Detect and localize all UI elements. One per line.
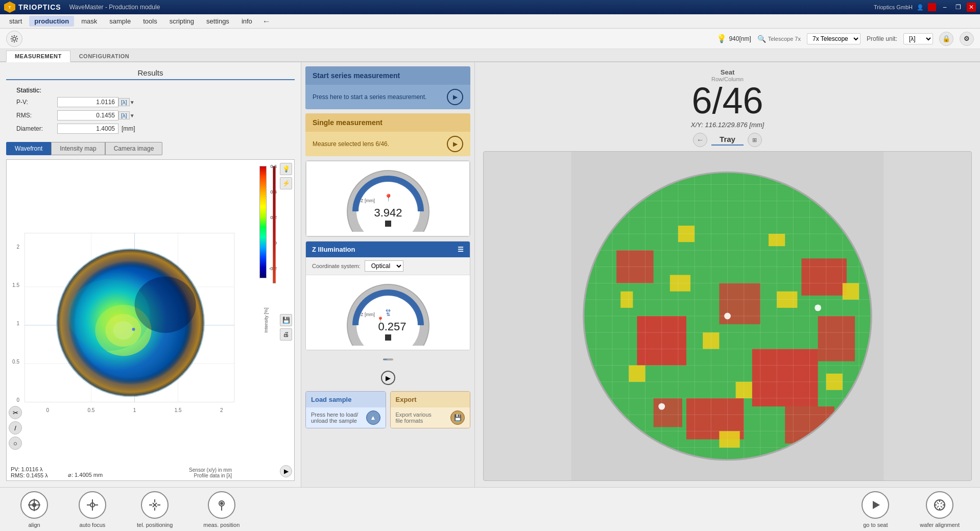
coord-select[interactable]: Optical Stage — [365, 260, 403, 272]
diameter-unit: [mm] — [122, 125, 135, 132]
plot-area: 0 0.5 1 1.5 2 0 0.5 1 1.5 2 — [7, 160, 252, 480]
results-title: Results — [6, 68, 295, 80]
tel-positioning-btn[interactable]: tel. positioning — [137, 491, 173, 528]
crop-tool[interactable]: ✂ — [9, 406, 22, 419]
illumination-menu-icon[interactable]: ☰ — [458, 246, 464, 253]
menu-start[interactable]: start — [4, 16, 27, 27]
settings-button[interactable]: ⚙ — [960, 32, 974, 46]
bottom-right-btns: go to seat wafer alignment — [862, 491, 960, 528]
meas-position-btn[interactable]: meas. position — [203, 491, 240, 528]
seat-info: Seat Row/Column 6/46 X/Y: 116.12/29.876 … — [483, 68, 972, 129]
menu-info[interactable]: info — [236, 16, 257, 27]
go-to-seat-label: go to seat — [863, 522, 888, 528]
red-indicator — [928, 3, 936, 11]
bolt-control[interactable]: ⚡ — [280, 177, 292, 189]
company-name: TRIOPTICS — [18, 3, 61, 11]
minimize-button[interactable]: – — [940, 3, 949, 12]
go-to-seat-btn[interactable]: go to seat — [862, 491, 889, 528]
profile-unit-select[interactable]: [λ] [nm] — [903, 33, 933, 44]
circle-tool[interactable]: ○ — [9, 437, 22, 450]
align-label: align — [28, 522, 40, 528]
tab-configuration[interactable]: CONFIGURATION — [70, 51, 138, 61]
lock-button[interactable]: 🔒 — [939, 32, 953, 46]
sensor-line1: Sensor (x/y) in mm — [189, 467, 232, 473]
save-control[interactable]: 💾 — [280, 314, 292, 326]
menu-settings[interactable]: settings — [201, 16, 234, 27]
tray-nav: ← Tray ⊞ — [483, 133, 972, 147]
meas-position-label: meas. position — [203, 522, 240, 528]
illumination-title: Z Illumination — [312, 246, 355, 253]
tab-camera-image[interactable]: Camera image — [105, 142, 163, 155]
bottom-play-button[interactable]: ▶ — [381, 371, 395, 385]
pv-unit[interactable]: [λ] — [118, 98, 130, 106]
wavelength-label: 940[nm] — [729, 35, 751, 42]
back-arrow[interactable]: ← — [259, 17, 274, 26]
line-tool[interactable]: / — [9, 421, 22, 435]
tel-positioning-label: tel. positioning — [137, 522, 173, 528]
load-card-text: Press here to load/unload the sample — [311, 412, 358, 424]
sensor-line2: Profile data in [λ] — [189, 473, 232, 478]
svg-rect-74 — [629, 366, 645, 382]
tel-positioning-icon — [141, 491, 169, 519]
play-control[interactable]: ▶ — [280, 465, 292, 477]
wafer-alignment-btn[interactable]: wafer alignment — [920, 491, 960, 528]
series-card-title: Start series measurement — [305, 66, 470, 85]
export-button[interactable]: 💾 — [450, 411, 465, 425]
restore-button[interactable]: ❐ — [953, 3, 963, 12]
xy-value: 116.12/29.876 [mm] — [705, 121, 764, 129]
wafer-alignment-label: wafer alignment — [920, 522, 960, 528]
tab-measurement[interactable]: MEASUREMENT — [6, 51, 70, 62]
tabbar: MEASUREMENT CONFIGURATION — [0, 49, 980, 62]
single-play-button[interactable]: ▶ — [447, 136, 463, 152]
svg-rect-68 — [654, 398, 682, 427]
align-btn[interactable]: align — [20, 491, 48, 528]
main-content: Results Statistic: P-V: 1.0116 [λ] ▼ RMS… — [0, 62, 980, 487]
load-sample-button[interactable]: ▲ — [366, 411, 380, 425]
bulb-control[interactable]: 💡 — [280, 163, 292, 175]
diameter-footer: ⌀: 1.4005 mm — [68, 472, 103, 478]
plot-controls: 💡 ⚡ 💾 🖨 ▶ — [278, 160, 294, 480]
load-sample-card: Load sample Press here to load/unload th… — [305, 391, 386, 428]
series-play-button[interactable]: ▶ — [447, 89, 463, 105]
svg-text:0: 0 — [46, 407, 49, 413]
menu-production[interactable]: production — [29, 16, 74, 27]
z-gauge-card: 📍 3.942 Z [mm] — [305, 160, 470, 237]
plot-container: 0 0.5 1 1.5 2 0 0.5 1 1.5 2 — [6, 159, 295, 481]
app-title: WaveMaster - Production module — [69, 4, 160, 11]
wavefront-svg: 0 0.5 1 1.5 2 0 0.5 1 1.5 2 — [7, 160, 252, 480]
settings-circle-button[interactable] — [6, 31, 22, 47]
telescope-select[interactable]: 7x Telescope 4x Telescope 1x Telescope — [807, 33, 861, 44]
bottom-toolbar: align auto focus t — [0, 487, 980, 531]
z-gauge-area: 📍 3.942 Z [mm] — [306, 161, 469, 236]
tray-prev-button[interactable]: ← — [693, 133, 707, 147]
svg-text:⇅: ⇅ — [386, 311, 390, 317]
red-intensity-bar — [273, 166, 276, 283]
svg-point-135 — [221, 502, 223, 504]
menu-scripting[interactable]: scripting — [164, 16, 199, 27]
diameter-value: 1.4005 — [57, 124, 118, 134]
sensor-info: Sensor (x/y) in mm Profile data in [λ] — [189, 467, 232, 478]
tab-wavefront[interactable]: Wavefront — [6, 142, 51, 155]
auto-focus-btn[interactable]: auto focus — [79, 491, 106, 528]
meas-position-icon — [208, 491, 235, 519]
print-control[interactable]: 🖨 — [280, 328, 292, 341]
series-measurement-card: Start series measurement Press here to s… — [305, 66, 470, 109]
rms-footer-text: RMS: 0.1455 λ — [11, 472, 48, 478]
logo-area: T TRIOPTICS — [4, 2, 61, 13]
z-gauge-svg: 📍 3.942 Z [mm] — [337, 165, 439, 232]
rms-unit[interactable]: [λ] — [118, 111, 130, 119]
tray-grid-button[interactable]: ⊞ — [748, 133, 762, 147]
menu-tools[interactable]: tools — [138, 16, 162, 27]
light-bulb-icon: 💡 — [716, 34, 727, 43]
svg-text:0: 0 — [16, 397, 19, 403]
menu-sample[interactable]: sample — [104, 16, 136, 27]
colorbar-gradient — [259, 166, 267, 278]
tab-intensity-map[interactable]: Intensity map — [51, 142, 105, 155]
svg-point-82 — [815, 304, 821, 311]
menu-mask[interactable]: mask — [76, 16, 102, 27]
svg-point-37 — [68, 279, 150, 351]
seat-xy: X/Y: 116.12/29.876 [mm] — [483, 121, 972, 129]
close-button[interactable]: ✕ — [967, 3, 976, 12]
colorbar: Intensity [%] 0.6 0.4 0.2 0 -0.2 — [252, 160, 278, 480]
svg-text:3.942: 3.942 — [374, 206, 402, 219]
